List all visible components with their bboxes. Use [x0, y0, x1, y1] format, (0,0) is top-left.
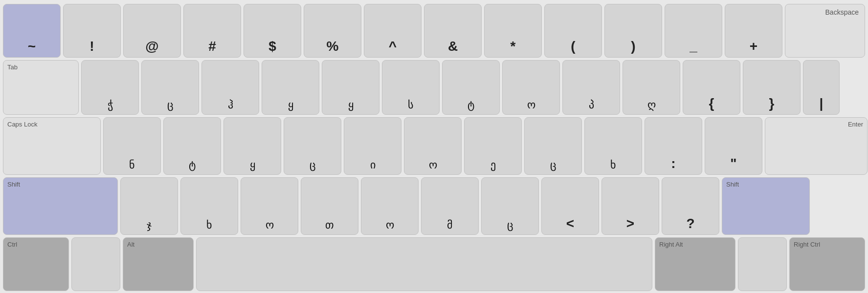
key-shift-right[interactable]: Shift: [722, 177, 810, 235]
key-j-label: ე: [490, 160, 496, 170]
key-a[interactable]: ნ: [103, 117, 161, 175]
key-e-label: ჰ: [228, 100, 233, 110]
key-o[interactable]: პ: [562, 60, 620, 115]
key-e[interactable]: ჰ: [201, 60, 259, 115]
key-caret[interactable]: ^: [364, 4, 422, 58]
key-alt[interactable]: Alt: [123, 237, 194, 291]
keyboard-row-3: Caps Lock ნ ტ ყ ც ი ო ე ც ხ :: [3, 117, 865, 175]
key-question-label: ?: [686, 217, 694, 230]
key-shift-left[interactable]: Shift: [3, 177, 118, 235]
key-u-label: ტ: [467, 100, 474, 110]
key-l-label: ხ: [610, 160, 616, 170]
key-y[interactable]: ს: [382, 60, 440, 115]
keyboard-row-2: Tab ჭ ც ჰ ყ ყ ს ტ ო პ ღ: [3, 60, 865, 115]
key-colon[interactable]: :: [645, 117, 702, 175]
key-pipe-label: |: [820, 97, 823, 110]
key-percent-label: %: [327, 40, 339, 53]
key-c-label: ო: [266, 220, 274, 230]
key-c[interactable]: ო: [241, 177, 298, 235]
key-at[interactable]: @: [123, 4, 181, 58]
keyboard-row-5: Ctrl Alt Right Alt Right Ctrl: [3, 237, 865, 291]
key-win[interactable]: [71, 237, 120, 291]
key-plus-label: +: [750, 40, 757, 53]
key-underscore[interactable]: _: [665, 4, 722, 58]
key-s-label: ტ: [189, 160, 196, 170]
key-right-win[interactable]: [738, 237, 787, 291]
key-lparen[interactable]: (: [544, 4, 602, 58]
key-v[interactable]: თ: [301, 177, 358, 235]
key-capslock[interactable]: Caps Lock: [3, 117, 101, 175]
key-j[interactable]: ე: [464, 117, 522, 175]
key-alt-label: Alt: [127, 241, 134, 248]
key-p[interactable]: ღ: [623, 60, 680, 115]
key-w[interactable]: ც: [141, 60, 199, 115]
key-a-label: ნ: [129, 160, 135, 170]
key-d[interactable]: ყ: [223, 117, 281, 175]
key-shift-left-label: Shift: [7, 181, 20, 188]
key-ctrl-label: Ctrl: [7, 241, 17, 248]
key-u[interactable]: ტ: [442, 60, 500, 115]
key-tab-label: Tab: [7, 63, 18, 71]
key-tilde[interactable]: ~: [3, 4, 61, 58]
key-right-alt[interactable]: Right Alt: [655, 237, 735, 291]
key-dollar[interactable]: $: [244, 4, 301, 58]
keyboard-row-1: ~ ! @ # $ % ^ & * ( ) _: [3, 4, 865, 58]
key-gt[interactable]: >: [601, 177, 659, 235]
key-shift-right-label: Shift: [726, 181, 739, 188]
key-k-label: ც: [550, 160, 556, 170]
key-plus[interactable]: +: [725, 4, 782, 58]
key-b[interactable]: ო: [361, 177, 419, 235]
key-rparen[interactable]: ): [604, 4, 662, 58]
key-k[interactable]: ც: [524, 117, 582, 175]
key-pipe[interactable]: |: [803, 60, 840, 115]
key-f[interactable]: ც: [284, 117, 341, 175]
key-lt[interactable]: <: [541, 177, 599, 235]
key-asterisk-label: *: [511, 40, 516, 53]
key-rbrace-label: }: [769, 97, 775, 110]
key-right-ctrl[interactable]: Right Ctrl: [789, 237, 865, 291]
key-i[interactable]: ო: [502, 60, 560, 115]
key-g[interactable]: ი: [344, 117, 401, 175]
key-rparen-label: ): [631, 40, 635, 53]
key-r[interactable]: ყ: [262, 60, 319, 115]
key-s[interactable]: ტ: [163, 117, 221, 175]
key-l[interactable]: ხ: [584, 117, 642, 175]
key-d-label: ყ: [250, 160, 255, 170]
key-question[interactable]: ?: [662, 177, 719, 235]
key-b-label: ო: [386, 220, 394, 230]
keyboard-row-4: Shift ჯ ხ ო თ ო მ ც < > ?: [3, 177, 865, 235]
key-percent[interactable]: %: [304, 4, 361, 58]
key-lt-label: <: [566, 217, 574, 230]
key-r-label: ყ: [288, 100, 293, 110]
key-o-label: პ: [589, 100, 594, 110]
key-dollar-label: $: [268, 40, 276, 53]
key-z-label: ჯ: [147, 220, 152, 230]
key-x[interactable]: ხ: [180, 177, 238, 235]
key-f-label: ც: [310, 160, 316, 170]
key-q[interactable]: ჭ: [81, 60, 139, 115]
key-h[interactable]: ო: [404, 117, 462, 175]
key-exclamation-label: !: [89, 40, 94, 53]
key-n[interactable]: მ: [421, 177, 479, 235]
key-backspace[interactable]: Backspace: [785, 4, 865, 58]
key-h-label: ო: [429, 160, 437, 170]
key-q-label: ჭ: [108, 100, 113, 110]
key-ampersand[interactable]: &: [424, 4, 482, 58]
key-lbrace[interactable]: {: [683, 60, 740, 115]
key-rbrace[interactable]: }: [743, 60, 801, 115]
key-doublequote[interactable]: ": [705, 117, 762, 175]
key-hash[interactable]: #: [183, 4, 241, 58]
key-tab[interactable]: Tab: [3, 60, 79, 115]
key-doublequote-label: ": [730, 157, 736, 170]
key-z[interactable]: ჯ: [120, 177, 178, 235]
key-y-label: ს: [408, 100, 414, 110]
key-underscore-label: _: [690, 40, 697, 53]
key-t[interactable]: ყ: [322, 60, 379, 115]
key-enter[interactable]: Enter: [765, 117, 868, 175]
key-n-label: მ: [447, 220, 453, 230]
key-asterisk[interactable]: *: [484, 4, 542, 58]
key-m[interactable]: ც: [481, 177, 539, 235]
key-exclamation[interactable]: !: [63, 4, 121, 58]
key-space[interactable]: [196, 237, 652, 291]
key-ctrl[interactable]: Ctrl: [3, 237, 69, 291]
